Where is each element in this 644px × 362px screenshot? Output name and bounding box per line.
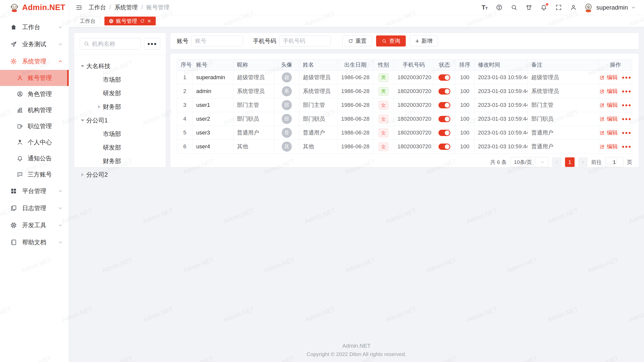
home-icon	[10, 24, 17, 31]
page-unit-label: 页	[627, 159, 632, 166]
sidebar-item-personal-center[interactable]: 个人中心	[0, 134, 69, 150]
font-size-icon[interactable]: TT	[482, 5, 488, 11]
plus-icon: +	[415, 38, 419, 44]
edit-button[interactable]: 编辑	[599, 115, 618, 123]
edit-button[interactable]: 编辑	[599, 87, 618, 95]
breadcrumb-item[interactable]: 系统管理	[114, 4, 138, 11]
search-button[interactable]: 查询	[376, 35, 406, 47]
column-header: 昵称	[233, 59, 274, 71]
sidebar-item-help-docs[interactable]: 帮助文档	[0, 234, 69, 251]
org-search-box[interactable]	[80, 38, 141, 50]
tree-node[interactable]: 市场部	[77, 127, 163, 141]
profile-icon[interactable]	[570, 4, 577, 11]
sidebar-item-account-management[interactable]: 账号管理	[0, 70, 69, 86]
cell-actions: 编辑●●●	[599, 84, 632, 98]
caret-down-icon[interactable]	[81, 119, 84, 122]
more-actions-button[interactable]: ●●●	[622, 89, 632, 94]
more-actions-button[interactable]: ●●●	[622, 130, 632, 135]
page-size-select[interactable]: 10条/页	[510, 157, 548, 167]
tree-node-label: 分公司1	[86, 116, 108, 124]
more-actions-button[interactable]: ●●●	[622, 103, 632, 108]
cell-name: 其他	[299, 140, 338, 154]
breadcrumb-item[interactable]: 工作台	[89, 4, 106, 11]
cell-gender: 女	[373, 126, 394, 140]
cell-index: 4	[177, 112, 193, 126]
theme-icon[interactable]	[526, 4, 532, 11]
language-icon[interactable]	[496, 4, 503, 11]
cell-gender: 女	[373, 140, 394, 154]
column-header: 手机号码	[394, 59, 434, 71]
tree-node[interactable]: 财务部	[77, 154, 163, 168]
sidebar-item-label: 职位管理	[28, 122, 52, 130]
goto-label: 前往	[591, 159, 602, 166]
sidebar-item-org-management[interactable]: 机构管理	[0, 102, 69, 118]
tree-node[interactable]: 研发部	[77, 141, 163, 154]
more-actions-button[interactable]: ●●●	[622, 75, 632, 80]
sidebar-item-workbench[interactable]: 工作台	[0, 19, 69, 36]
edit-button[interactable]: 编辑	[599, 129, 618, 137]
user-menu[interactable]: superadmin	[583, 3, 636, 13]
column-header: 修改时间	[474, 59, 528, 71]
filter-bar: 账号 手机号码 重置 查询	[170, 33, 639, 49]
sidebar-item-notice[interactable]: 通知公告	[0, 150, 69, 166]
cell-birthdate: 1986-06-28	[338, 71, 373, 84]
status-toggle[interactable]	[438, 88, 450, 95]
cell-account: user1	[193, 98, 233, 112]
add-button[interactable]: + 新增	[410, 35, 438, 47]
status-toggle[interactable]	[438, 116, 450, 122]
caret-down-icon[interactable]	[81, 65, 84, 67]
reset-button[interactable]: 重置	[342, 35, 372, 47]
page-number-1[interactable]: 1	[565, 157, 575, 167]
tree-node[interactable]: 大名科技	[77, 59, 163, 73]
more-actions-button[interactable]: ●●●	[622, 116, 632, 122]
cell-actions: 编辑●●●	[599, 140, 632, 154]
sidebar-item-label: 角色管理	[28, 90, 52, 98]
sidebar-item-position-management[interactable]: 职位管理	[0, 118, 69, 134]
edit-button[interactable]: 编辑	[599, 143, 618, 150]
sidebar-item-dev-tools[interactable]: 开发工具	[0, 217, 69, 234]
notification-icon[interactable]	[540, 4, 547, 11]
tree-node[interactable]: 研发部	[77, 86, 163, 100]
table-row: 4 user2 部门职员 部 部门职员 1986-06-28 女 1802003…	[177, 112, 632, 126]
org-search-input[interactable]	[92, 40, 137, 47]
tab-refresh-icon[interactable]	[140, 19, 145, 23]
tree-node[interactable]: 市场部	[77, 73, 163, 86]
sidebar-item-system-management[interactable]: 系统管理	[0, 53, 69, 70]
tab-workbench[interactable]: 工作台	[75, 17, 100, 25]
breadcrumb-separator: /	[141, 4, 143, 11]
edit-button[interactable]: 编辑	[599, 101, 618, 109]
phone-filter-input[interactable]	[279, 35, 331, 47]
tree-node[interactable]: 分公司2	[77, 168, 163, 182]
edit-button[interactable]: 编辑	[599, 74, 618, 81]
gender-tag: 男	[379, 73, 388, 82]
caret-right-icon[interactable]	[98, 105, 100, 109]
tab-close-icon[interactable]: ×	[147, 18, 151, 24]
status-toggle[interactable]	[438, 130, 450, 136]
goto-page-input[interactable]	[605, 157, 623, 167]
tree-node[interactable]: 财务部	[77, 100, 163, 114]
sidebar-item-label: 通知公告	[28, 154, 52, 162]
status-toggle[interactable]	[438, 102, 450, 108]
sidebar-item-business-test[interactable]: 业务测试	[0, 36, 69, 53]
cell-birthdate: 1986-06-28	[338, 98, 373, 112]
status-toggle[interactable]	[438, 144, 450, 150]
collapse-menu-icon[interactable]	[75, 4, 83, 11]
caret-right-icon[interactable]	[82, 173, 84, 176]
next-page-button[interactable]	[578, 157, 588, 167]
cell-remark: 超级管理员	[528, 71, 599, 84]
tree-more-button[interactable]: ●●●	[144, 38, 160, 50]
prev-page-button[interactable]	[552, 157, 561, 167]
sidebar-item-role-management[interactable]: 角色管理	[0, 86, 69, 102]
cell-modified-time: 2023-01-03 10:59:44	[474, 126, 528, 140]
sidebar-item-third-party-account[interactable]: 三方账号	[0, 166, 69, 183]
table-row: 3 user1 部门主管 部 部门主管 1986-06-28 女 1802003…	[177, 98, 632, 112]
fullscreen-icon[interactable]	[555, 4, 562, 11]
tab-account-management[interactable]: 账号管理×	[104, 17, 156, 25]
sidebar-item-log-management[interactable]: 日志管理	[0, 200, 69, 217]
status-toggle[interactable]	[438, 74, 450, 81]
search-icon[interactable]	[511, 4, 517, 11]
account-filter-input[interactable]	[191, 35, 243, 47]
tree-node[interactable]: 分公司1	[77, 114, 163, 127]
sidebar-item-platform-management[interactable]: 平台管理	[0, 183, 69, 200]
more-actions-button[interactable]: ●●●	[622, 144, 632, 149]
